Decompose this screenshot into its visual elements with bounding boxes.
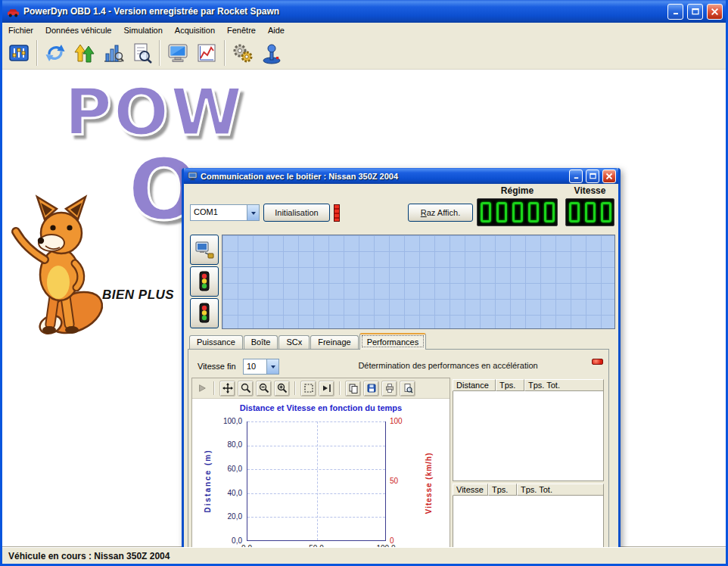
gridline: [247, 493, 385, 494]
x-axis-tick: 0,0: [232, 544, 262, 547]
tab-scx[interactable]: SCx: [278, 335, 310, 349]
raz-affich-label: Raz Affich.: [421, 208, 460, 217]
right-axis-title: Vitesse (km/h): [425, 431, 433, 536]
speed-table-header: Vitesse Tps. Tps. Tot.: [453, 484, 604, 496]
save-button[interactable]: [363, 381, 379, 397]
column-header[interactable]: Tps. Tot.: [524, 379, 604, 391]
app-window: PowerDyn OBD 1.4 - Version enregistrée p…: [0, 0, 728, 566]
speed-table-body: [453, 496, 604, 547]
zoom-out-button[interactable]: [256, 381, 272, 397]
toolbar-separator: [159, 40, 160, 66]
com-port-select[interactable]: COM1: [190, 204, 260, 221]
initialisation-button[interactable]: Initialisation: [263, 204, 330, 222]
tab-puissance[interactable]: Puissance: [189, 335, 243, 349]
column-header[interactable]: Distance: [453, 379, 496, 391]
chevron-down-icon[interactable]: [247, 205, 259, 220]
report-search-icon: [130, 42, 153, 64]
line-graph-button[interactable]: [192, 39, 221, 67]
pc-connection-button[interactable]: [190, 235, 219, 265]
vitesse-fin-select[interactable]: 10: [243, 359, 279, 375]
chart-title: Distance et Vitesse en fonction du temps: [192, 403, 450, 412]
connection-settings-button[interactable]: [5, 39, 33, 67]
tab-freinage[interactable]: Freinage: [310, 335, 358, 349]
traffic-light-button-1[interactable]: [190, 266, 219, 297]
data-transfer-button[interactable]: [70, 39, 98, 67]
window-title: PowerDyn OBD 1.4 - Version enregistrée p…: [23, 6, 664, 17]
comm-window-icon: [188, 171, 198, 181]
gridline: [247, 469, 385, 470]
comm-window: Communication avec le boitier : Nissan 3…: [182, 168, 621, 547]
column-header[interactable]: Tps.: [488, 484, 517, 496]
report-search-button[interactable]: [127, 39, 156, 67]
refresh-button[interactable]: [41, 39, 70, 67]
play-icon[interactable]: [198, 384, 207, 393]
menu-simulation[interactable]: Simulation: [117, 24, 168, 36]
comm-maximize-button[interactable]: [586, 169, 599, 183]
traffic-light-icon: [195, 271, 213, 292]
raz-affich-button[interactable]: Raz Affich.: [408, 204, 473, 222]
left-axis-tick: 40,0: [212, 489, 242, 497]
gridline: [317, 421, 318, 540]
fit-axis-button[interactable]: [319, 381, 334, 397]
comm-window-title: Communication avec le boitier : Nissan 3…: [201, 172, 566, 181]
toolbar-separator: [339, 381, 341, 395]
regime-display: [477, 198, 558, 226]
zoom-in-button[interactable]: [274, 381, 290, 397]
gridline: [247, 421, 385, 422]
pan-button[interactable]: [219, 381, 235, 397]
minimize-button[interactable]: [667, 4, 683, 20]
x-axis-tick: 50,0: [301, 544, 331, 547]
main-toolbar: [2, 37, 726, 70]
bar-chart-button[interactable]: [98, 39, 127, 67]
perf-header-bar: Détermination des performances en accélé…: [290, 356, 606, 375]
traffic-light-button-2[interactable]: [190, 298, 219, 328]
column-header[interactable]: Tps.: [496, 379, 524, 391]
close-button[interactable]: [707, 4, 723, 20]
bar-chart-icon: [101, 42, 124, 64]
print-button[interactable]: [381, 381, 397, 397]
data-transfer-icon: [73, 42, 95, 64]
acquisition-plot: [222, 235, 615, 329]
select-region-button[interactable]: [300, 381, 316, 397]
distance-table: Distance Tps. Tps. Tot.: [453, 379, 604, 481]
column-header[interactable]: Tps. Tot.: [517, 484, 604, 496]
right-axis-tick: 50: [390, 477, 412, 485]
options-gears-button[interactable]: [229, 39, 257, 67]
tab-performances[interactable]: Performances: [359, 333, 426, 350]
menu-aide[interactable]: Aide: [262, 24, 291, 36]
maximize-button[interactable]: [687, 4, 703, 20]
vitesse-fin-label: Vitesse fin: [198, 362, 236, 371]
column-header[interactable]: Vitesse: [453, 484, 488, 496]
print-preview-button[interactable]: [400, 381, 415, 397]
status-bar: Véhicule en cours : Nissan 350Z 2004: [2, 547, 726, 564]
left-axis-tick: 60,0: [212, 465, 242, 473]
vitesse-label: Vitesse: [565, 185, 614, 196]
plot-area: [247, 421, 386, 541]
menu-fichier[interactable]: Fichier: [2, 24, 39, 36]
client-area: POW O BIEN PLUS: [2, 70, 726, 547]
toolbar-separator: [36, 40, 38, 66]
connection-settings-icon: [8, 42, 30, 64]
tab-boite[interactable]: Boîte: [244, 335, 278, 349]
right-axis-tick: 100: [390, 417, 412, 425]
menu-fenetre[interactable]: Fenêtre: [221, 24, 262, 36]
left-axis-tick: 100,0: [212, 417, 242, 425]
menu-bar: Fichier Données véhicule Simulation Acqu…: [2, 23, 726, 37]
line-graph-icon: [195, 42, 218, 64]
gridline: [247, 446, 385, 446]
distance-table-body: [453, 391, 604, 481]
zoom-reset-button[interactable]: [238, 381, 254, 397]
comm-close-button[interactable]: [602, 169, 616, 183]
menu-donnees-vehicule[interactable]: Données véhicule: [39, 24, 117, 36]
performances-panel: Vitesse fin 10 Détermination des perform…: [188, 350, 609, 547]
app-icon: [7, 5, 20, 18]
menu-acquisition[interactable]: Acquisition: [169, 24, 221, 36]
joystick-button[interactable]: [257, 39, 286, 67]
monitor-button[interactable]: [163, 39, 192, 67]
perf-led-indicator: [592, 359, 603, 365]
left-axis-tick: 20,0: [212, 512, 242, 521]
comm-status-indicator: [334, 204, 340, 222]
chevron-down-icon[interactable]: [266, 359, 278, 374]
comm-minimize-button[interactable]: [569, 169, 583, 183]
copy-button[interactable]: [345, 381, 361, 397]
